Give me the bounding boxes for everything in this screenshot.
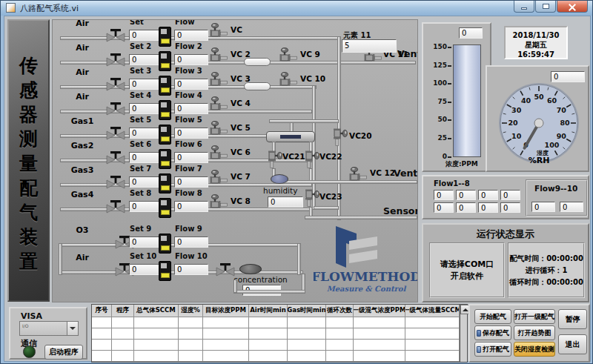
close-humidity-button[interactable]: 关闭湿度检测 [514,342,555,357]
table-cell[interactable] [288,328,326,340]
flow-label: Flow 2 [175,42,202,50]
banner-char: 气 [19,200,38,225]
open-trend-label: 打开趋势图 [518,328,551,338]
vc-valve-label: VC 12 [370,168,395,177]
table-cell[interactable] [92,351,112,362]
table-cell[interactable] [405,340,460,351]
table-cell[interactable] [134,340,179,351]
exit-button[interactable]: 退出 [558,334,587,354]
table-cell[interactable] [179,317,203,328]
pipe [274,180,417,184]
pipe [297,243,301,275]
mass-flow-controller-icon [159,51,171,71]
table-cell[interactable] [354,317,405,328]
open-trend-button[interactable]: 打开趋势图 [514,325,555,340]
table-cell[interactable] [249,328,288,340]
table-cell[interactable] [112,317,134,328]
table-header-cell: 湿度% [179,305,203,317]
concentration-label: concentration [233,275,288,284]
table-cell[interactable] [326,351,354,362]
maximize-button[interactable] [535,1,556,13]
table-cell[interactable] [405,328,460,340]
set-label: Set 5 [130,116,151,124]
table-cell[interactable] [288,340,326,351]
table-cell[interactable] [203,328,249,340]
table-cell[interactable] [354,340,405,351]
combo-dropdown-button[interactable] [67,322,78,335]
table-cell[interactable] [354,351,405,362]
table-cell[interactable] [405,317,460,328]
manual-valve-icon [106,53,125,67]
table-cell[interactable] [326,328,354,340]
table-cell[interactable] [354,328,405,340]
app-window: 八路配气系统.vi 传感器测量配气装置 AirSet0Flow0VCAirSet… [0,0,593,364]
mass-flow-controller-icon [159,198,171,218]
table-cell[interactable] [249,340,288,351]
table-cell[interactable] [92,317,112,328]
table-cell[interactable] [134,328,179,340]
pause-button[interactable]: 暂停 [558,309,587,329]
table-header-cell: 一级混气浓度PPM [354,305,405,317]
flow-readout: 0 [500,202,520,213]
mass-flow-controller-icon [159,100,171,120]
vc-valve-icon [210,96,228,113]
flow-readout: 0 [478,190,498,200]
status-message-line1: 请选择COM口 [440,259,494,271]
table-cell[interactable] [326,317,354,328]
minimize-button[interactable] [514,1,534,13]
table-cell[interactable] [134,317,179,328]
start-mixing-button[interactable]: 开始配气 [474,309,511,324]
table-cell[interactable] [92,340,112,351]
humidity-sensor-icon [271,174,288,184]
open-primary-mixing-button[interactable]: 打开一级配气 [514,309,555,324]
visa-resource-combo[interactable]: I/O [19,321,79,336]
table-cell[interactable] [288,351,326,362]
table-cell[interactable] [179,340,203,351]
table-cell[interactable] [326,340,354,351]
table-cell[interactable] [288,317,326,328]
banner-char: 量 [19,151,38,176]
manual-valve-icon [106,151,125,165]
table-cell[interactable] [112,340,134,351]
flow-label: Flow 8 [175,189,202,197]
start-program-button[interactable]: 启动程序 [44,345,83,360]
table-cell[interactable] [203,317,249,328]
timer-value: 00:00:00 [546,254,583,262]
mixing-chamber-icon [266,131,315,142]
svg-text:70: 70 [557,106,567,114]
mass-flow-controller-icon [159,149,171,169]
title-bar[interactable]: 八路配气系统.vi [1,1,592,16]
table-cell[interactable] [203,351,249,362]
table-header-cell: 一级气体流量SCCM [405,305,460,317]
table-cell[interactable] [249,317,288,328]
flow-readout: 0 [560,202,583,212]
pause-label: 暂停 [566,314,580,325]
program-table[interactable]: 序号程序总气体SCCM湿度%目标浓度PPMAir时间minGas时间min循环次… [91,304,468,363]
table-row [92,317,460,328]
vc-valve-label: VC 4 [231,99,251,107]
vc-valve-icon [210,145,228,162]
table-cell[interactable] [405,351,460,362]
table-cell[interactable] [92,328,112,340]
banner-char: 装 [19,225,38,249]
vc-valve-icon [279,47,297,64]
table-cell[interactable] [112,328,134,340]
bar-tick-mark [448,47,451,48]
table-cell[interactable] [179,351,203,362]
table-cell[interactable] [249,351,288,362]
run-status-panel: 运行状态显示 请选择COM口 开启软件 配气时间：00:00:00 进行循环：1… [422,223,589,302]
save-mixing-button[interactable]: 保存配气 [474,325,511,340]
element11-input[interactable]: 5 [342,39,397,53]
vc-valve-icon [210,194,228,211]
set-label: Set 7 [130,165,151,173]
table-cell[interactable] [179,328,203,340]
close-button[interactable] [557,1,588,13]
open-mixing-button[interactable]: 打开配气 [474,342,511,357]
svg-text:40: 40 [521,96,531,105]
flow18-title: Flow1--8 [434,179,470,188]
table-header-cell: 目标浓度PPM [203,305,249,317]
table-scrollbar[interactable] [460,305,467,362]
table-cell[interactable] [203,340,249,351]
table-cell[interactable] [112,351,134,362]
table-cell[interactable] [134,351,179,362]
